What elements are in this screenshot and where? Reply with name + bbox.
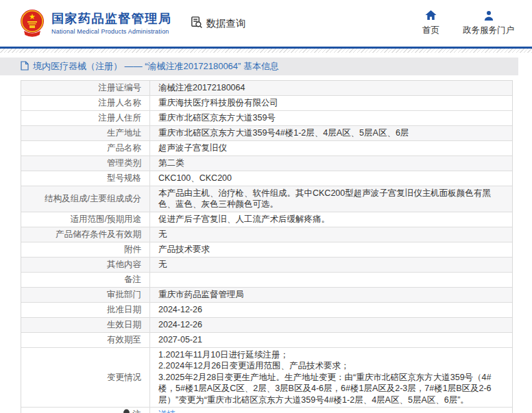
row-value: 第二类 xyxy=(150,156,512,171)
row-value: 渝械注准20172180064 xyxy=(150,81,512,95)
row-label: 审批部门 xyxy=(21,288,150,302)
row-value: 1.2021年11月10日进行延续注册；2.2024年12月26日变更适用范围、… xyxy=(150,348,512,408)
row-value: 促进产后子宫复旧、人工流产术后缓解疼痛。 xyxy=(150,212,512,227)
table-row: 其他内容无 xyxy=(21,258,512,273)
row-label: 注册人名称 xyxy=(21,96,150,110)
row-label-text: 型号规格 xyxy=(107,173,141,184)
table-row: 审批部门重庆市药品监督管理局 xyxy=(21,288,512,303)
nav-home[interactable]: 首页 xyxy=(422,10,439,36)
detail-link[interactable]: 详情 xyxy=(158,409,504,413)
row-value: 超声波子宫复旧仪 xyxy=(150,141,512,155)
row-label: 备注 xyxy=(21,273,150,287)
row-label-text: 注 xyxy=(133,409,142,413)
row-label-text: 变更情况 xyxy=(107,372,141,383)
logo-area: ★ 国家药品监督管理局 National Medical Products Ad… xyxy=(19,9,172,38)
row-value: 本产品由主机、治疗枪、软件组成。其中CKC200型超声波子宫复旧仪主机面板颜色有… xyxy=(150,186,512,212)
row-label: 附件 xyxy=(21,242,150,257)
table-row: 生产地址重庆市北碚区京东方大道359号4#楼1-2层、4层A区、5层A区、6层 xyxy=(21,126,512,141)
table-row: 结构及组成/主要组成成分本产品由主机、治疗枪、软件组成。其中CKC200型超声波… xyxy=(21,186,512,212)
row-label: 结构及组成/主要组成成分 xyxy=(21,186,150,212)
data-query-label: 数据查询 xyxy=(206,17,246,30)
nav-portal[interactable]: 政务服务门户 xyxy=(463,10,514,36)
row-label-text: 注册人住所 xyxy=(99,112,142,123)
table-row: 产品储存条件及有效期无 xyxy=(21,227,512,242)
change-record-line: 3.2025年2月28日变更生产地址。生产地址变更：由“重庆市北碚区京东方大道3… xyxy=(158,372,504,406)
row-value: 2024-12-26 xyxy=(150,318,512,332)
row-label: 变更情况 xyxy=(21,348,150,408)
table-row: 注册人名称重庆海扶医疗科技股份有限公司 xyxy=(21,96,512,111)
row-value: 重庆市北碚区京东方大道359号 xyxy=(150,111,512,125)
row-label-text: 生产地址 xyxy=(107,127,141,138)
row-label-text: 其他内容 xyxy=(107,259,141,270)
row-label-text: 生效日期 xyxy=(107,319,141,330)
row-label: 生效日期 xyxy=(21,318,150,332)
hatched-strip xyxy=(0,49,532,53)
row-label-text: 适用范围/预期用途 xyxy=(71,214,141,225)
row-label-text: 备注 xyxy=(124,274,141,285)
row-value: 无 xyxy=(150,258,512,272)
site-title: 国家药品监督管理局 xyxy=(51,12,172,27)
row-label: 有效期至 xyxy=(21,333,150,347)
svg-text:★: ★ xyxy=(29,12,36,21)
note-balloon-icon xyxy=(123,409,130,413)
row-value: 重庆市北碚区京东方大道359号4#楼1-2层、4层A区、5层A区、6层 xyxy=(150,126,512,140)
site-subtitle: National Medical Products Administration xyxy=(51,28,172,35)
home-label: 首页 xyxy=(422,25,439,36)
row-label-text: 有效期至 xyxy=(107,334,141,345)
site-header: ★ 国家药品监督管理局 National Medical Products Ad… xyxy=(0,0,532,47)
row-label-text: 附件 xyxy=(124,244,141,255)
breadcrumb: 境内医疗器械（注册） —— “渝械注准20172180064” 基本信息 xyxy=(0,58,518,75)
row-value: 重庆海扶医疗科技股份有限公司 xyxy=(150,96,512,110)
row-label: 注 xyxy=(21,408,150,413)
row-label-text: 注册人名称 xyxy=(99,97,142,108)
table-row: 产品名称超声波子宫复旧仪 xyxy=(21,141,512,156)
national-emblem-icon: ★ xyxy=(19,9,45,38)
user-icon xyxy=(483,10,494,23)
table-row: 有效期至2027-05-21 xyxy=(21,333,512,348)
table-row: 型号规格CKC100、CKC200 xyxy=(21,171,512,186)
table-row: 变更情况1.2021年11月10日进行延续注册；2.2024年12月26日变更适… xyxy=(21,348,512,408)
document-icon xyxy=(21,61,29,73)
row-label: 管理类别 xyxy=(21,156,150,171)
row-value: 产品技术要求 xyxy=(150,242,512,257)
document-search-icon xyxy=(190,16,203,31)
row-label-text: 管理类别 xyxy=(107,158,141,168)
table-row: 备注 xyxy=(21,273,512,288)
row-value: 详情 xyxy=(150,408,512,413)
row-value: CKC100、CKC200 xyxy=(150,171,512,186)
table-row: 生效日期2024-12-26 xyxy=(21,318,512,333)
row-label: 注册人住所 xyxy=(21,111,150,125)
change-record-line: 2.2024年12月26日变更适用范围、产品技术要求； xyxy=(158,360,504,372)
row-label: 适用范围/预期用途 xyxy=(21,212,150,227)
row-value xyxy=(150,273,512,287)
row-value: 2027-05-21 xyxy=(150,333,512,347)
row-label-text: 注册证编号 xyxy=(99,82,142,93)
table-row: 批准日期2024-12-26 xyxy=(21,303,512,318)
nav-data-query[interactable]: 数据查询 xyxy=(190,16,246,31)
row-label-text: 结构及组成/主要组成成分 xyxy=(45,193,141,204)
row-value: 2024-12-26 xyxy=(150,303,512,317)
row-label-text: 批准日期 xyxy=(107,304,141,315)
table-row: 注册人住所重庆市北碚区京东方大道359号 xyxy=(21,111,512,126)
change-record-line: 1.2021年11月10日进行延续注册； xyxy=(158,349,504,361)
row-label-text: 产品名称 xyxy=(107,142,141,153)
home-icon xyxy=(425,10,437,23)
row-label: 批准日期 xyxy=(21,303,150,317)
row-label: 产品名称 xyxy=(21,141,150,155)
portal-label: 政务服务门户 xyxy=(463,25,514,36)
row-label-text: 审批部门 xyxy=(107,289,141,300)
row-label: 型号规格 xyxy=(21,171,150,186)
row-label: 生产地址 xyxy=(21,126,150,140)
row-label-text: 产品储存条件及有效期 xyxy=(56,229,141,240)
row-label: 注册证编号 xyxy=(21,81,150,95)
row-value: 重庆市药品监督管理局 xyxy=(150,288,512,302)
table-row: 管理类别第二类 xyxy=(21,156,512,171)
row-label: 产品储存条件及有效期 xyxy=(21,227,150,242)
row-value: 无 xyxy=(150,227,512,242)
page-title: 境内医疗器械（注册） —— “渝械注准20172180064” 基本信息 xyxy=(33,60,279,73)
page: ★ 国家药品监督管理局 National Medical Products Ad… xyxy=(0,0,532,413)
row-label: 其他内容 xyxy=(21,258,150,272)
top-links: 首页 政务服务门户 xyxy=(422,10,520,36)
table-row: 附件产品技术要求 xyxy=(21,242,512,258)
table-row: 注册证编号渝械注准20172180064 xyxy=(21,81,512,96)
